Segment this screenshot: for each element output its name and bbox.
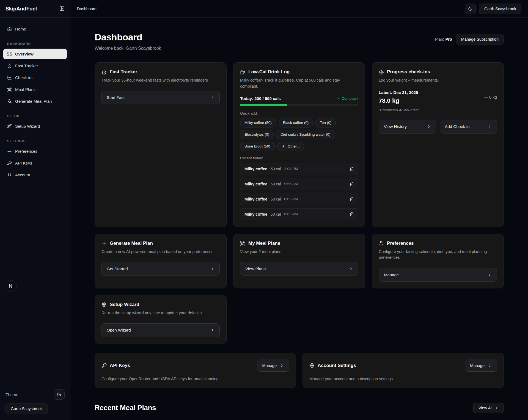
sidebar-item-label: Account — [15, 173, 30, 177]
manage-preferences-button[interactable]: Manage — [379, 268, 497, 282]
delete-entry-button[interactable] — [350, 167, 354, 171]
plus-icon — [282, 144, 285, 148]
checkin-note: "Completed 42 hour fast" — [379, 108, 497, 112]
quick-add-chip-other[interactable]: Other... — [277, 142, 304, 151]
user-round-icon — [7, 173, 12, 177]
plus-icon — [101, 241, 107, 246]
timer-icon — [7, 63, 12, 68]
sidebar-item-check-ins[interactable]: Check-ins — [3, 72, 67, 83]
manage-account-button[interactable]: Manage — [465, 360, 497, 372]
dev-tools-badge[interactable]: N — [5, 280, 16, 292]
latest-weight: 78.0 kg — [379, 97, 418, 104]
card-description: Configure your OpenRouter and USDA API k… — [101, 377, 289, 381]
sidebar-footer: Theme Garth Scaysbrook — [0, 384, 70, 420]
user-icon — [379, 241, 384, 246]
panel-left-icon — [59, 6, 65, 11]
sidebar-item-label: Overview — [15, 52, 34, 56]
card-description: Track your 36-hour weekend fasts with el… — [101, 77, 220, 84]
quick-add-label: Quick add: — [240, 111, 358, 115]
topbar-theme-toggle-button[interactable] — [465, 4, 476, 14]
check-icon — [336, 97, 340, 100]
drink-entry-row: Milky coffee 50 cal 2:04 PM — [240, 163, 358, 175]
sidebar-item-label: Check-ins — [15, 75, 34, 80]
layout-dashboard-icon — [7, 52, 12, 56]
sidebar-collapse-button[interactable] — [59, 6, 65, 11]
sidebar-section-setup: SETUP — [3, 114, 67, 118]
open-wizard-button[interactable]: Open Wizard — [101, 323, 220, 337]
view-history-button[interactable]: View History — [379, 120, 436, 133]
card-description: Milky coffee? Track it guilt-free. Cap a… — [240, 77, 358, 90]
sidebar-item-meal-plans[interactable]: Meal Plans — [3, 84, 67, 95]
key-icon — [101, 363, 107, 368]
sidebar-item-label: Preferences — [15, 149, 37, 154]
card-title: Setup Wizard — [110, 302, 139, 307]
quick-add-chip-bone-broth[interactable]: Bone broth (50) — [240, 142, 275, 151]
topbar-user-button[interactable]: Garth Scaysbrook — [479, 4, 521, 14]
wand-sparkles-icon — [7, 124, 12, 129]
view-all-button[interactable]: View All — [473, 403, 504, 413]
theme-toggle-button[interactable] — [54, 389, 65, 400]
manage-subscription-button[interactable]: Manage Subscription — [456, 34, 504, 44]
account-settings-card: Account Settings Manage Manage your acco… — [302, 353, 504, 388]
chevron-right-icon — [488, 273, 492, 277]
dev-tools-badge-letter: N — [9, 283, 12, 289]
sidebar-section-settings: SETTINGS — [3, 139, 67, 143]
card-title: My Meal Plans — [248, 241, 280, 246]
add-checkin-button[interactable]: Add Check-in — [440, 120, 497, 133]
moon-icon — [468, 7, 472, 11]
welcome-text: Welcome back, Garth Scaysbrook — [95, 46, 161, 51]
calorie-progress-fill — [240, 104, 287, 106]
sidebar-item-api-keys[interactable]: API Keys — [3, 158, 67, 168]
scale-icon — [379, 69, 384, 75]
trash-icon — [350, 197, 354, 201]
quick-add-chip-tea[interactable]: Tea (0) — [315, 118, 336, 127]
moon-icon — [57, 392, 61, 397]
card-title: Generate Meal Plan — [110, 241, 153, 246]
sidebar-item-fast-tracker[interactable]: Fast Tracker — [3, 60, 67, 71]
sidebar-item-setup-wizard[interactable]: Setup Wizard — [3, 121, 67, 132]
delete-entry-button[interactable] — [350, 197, 354, 201]
gear-icon — [101, 302, 107, 307]
sidebar-item-label: Generate Meal Plan — [15, 99, 52, 104]
quick-add-chip-diet-soda[interactable]: Diet soda / Sparkling water (0) — [276, 130, 335, 139]
preferences-card: Preferences Configure your fasting sched… — [372, 234, 504, 289]
main-content: Dashboard Welcome back, Garth Scaysbrook… — [70, 18, 528, 420]
today-calories-label: Today: 200 / 500 cals — [240, 96, 281, 101]
card-title: Preferences — [387, 241, 414, 246]
chevron-right-icon — [349, 267, 353, 271]
sidebar-item-generate-meal-plan[interactable]: Generate Meal Plan — [3, 96, 67, 107]
chevron-right-icon — [210, 95, 215, 99]
sidebar-item-label: API Keys — [15, 161, 32, 165]
drink-entry-row: Milky coffee 50 cal 9:56 AM — [240, 178, 358, 190]
sidebar-item-label: Home — [15, 27, 26, 31]
drink-log-card: Low-Cal Drink Log Milky coffee? Track it… — [233, 62, 365, 227]
view-plans-button[interactable]: View Plans — [240, 262, 358, 276]
sidebar-item-account[interactable]: Account — [3, 169, 67, 180]
card-title: Progress check-ins — [387, 69, 430, 75]
key-icon — [7, 161, 12, 165]
chevron-right-icon — [495, 406, 499, 410]
drink-entry-row: Milky coffee 50 cal 8:05 AM — [240, 193, 358, 205]
theme-label: Theme — [6, 392, 18, 397]
delete-entry-button[interactable] — [350, 212, 354, 216]
start-fast-button[interactable]: Start Fast — [101, 91, 220, 104]
sidebar-item-preferences[interactable]: Preferences — [3, 146, 67, 157]
quick-add-chip-black-coffee[interactable]: Black coffee (0) — [279, 118, 313, 127]
chart-line-icon — [7, 75, 12, 80]
manage-api-keys-button[interactable]: Manage — [257, 360, 289, 372]
sparkles-icon — [7, 99, 12, 104]
get-started-button[interactable]: Get Started — [101, 262, 220, 276]
app-logo: SkipAndFuel — [6, 6, 37, 12]
sidebar-user-button[interactable]: Garth Scaysbrook — [6, 404, 48, 414]
sidebar-item-overview[interactable]: Overview — [3, 49, 67, 59]
trash-icon — [350, 182, 354, 186]
chevron-right-icon — [427, 124, 431, 129]
quick-add-chip-milky-coffee[interactable]: Milky coffee (50) — [240, 118, 276, 127]
quick-add-chip-electrolytes[interactable]: Electrolytes (0) — [240, 130, 274, 139]
sidebar-item-home[interactable]: Home — [3, 24, 67, 34]
timer-icon — [101, 69, 107, 75]
delete-entry-button[interactable] — [350, 182, 354, 186]
sidebar-section-dashboard: DASHBOARD — [3, 42, 67, 46]
setup-wizard-card: Setup Wizard Re-run the setup wizard any… — [95, 295, 227, 344]
card-title: Fast Tracker — [110, 69, 137, 75]
